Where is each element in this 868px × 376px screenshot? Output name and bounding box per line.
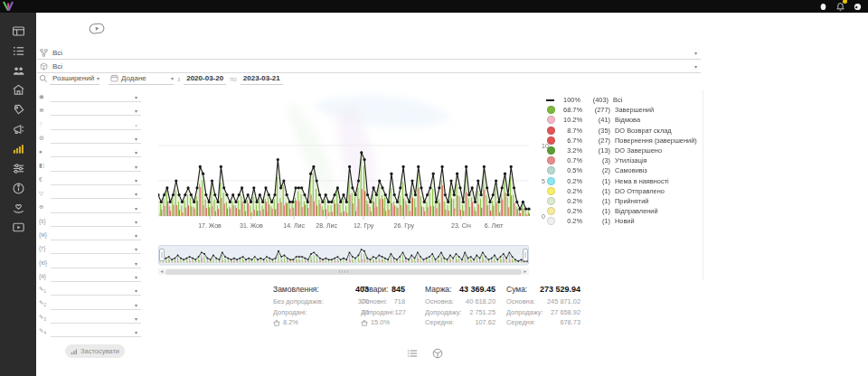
sidebar-item-orders[interactable] (0, 42, 36, 61)
filter-dropdown-input[interactable]: ▾ (51, 202, 141, 213)
filter-dropdown-7[interactable]: €▾ (39, 173, 141, 186)
filter-dropdown-12[interactable]: {т}▾ (39, 241, 141, 255)
legend-item[interactable]: 0.5%(2)Самовивіз (547, 165, 701, 175)
filter-dropdown-2[interactable]: ≣▾ (39, 103, 141, 117)
scrollbar-thumb[interactable] (165, 269, 522, 275)
filter-dropdown-14[interactable]: {я}▾ (39, 269, 141, 283)
table-view-button[interactable] (406, 347, 419, 360)
legend-item[interactable]: 100%(403)Всі (547, 95, 701, 105)
legend-item[interactable]: 8.7%(35)DO Возврат склад (547, 126, 701, 136)
sidebar-item-dashboard[interactable] (0, 22, 36, 42)
stat-sub-row: Допродані:127 (361, 307, 405, 318)
filter-dropdown-input[interactable]: ▾ (51, 270, 141, 282)
filter-dropdown-3[interactable]: ?▾ (39, 118, 141, 131)
filter-dropdown-17[interactable]: ✎3▾ (39, 311, 141, 324)
filter-row-package[interactable]: Всі▾ (37, 60, 701, 73)
legend-item[interactable]: 0.2%(1)Прийнятий (547, 196, 701, 206)
sidebar-item-analytics[interactable] (0, 139, 36, 159)
stat-sub-value: 15.0% (371, 318, 390, 326)
video-widget-icon[interactable] (89, 22, 106, 38)
legend-item[interactable]: 0.2%(1)Новий (547, 216, 701, 226)
search-mode-select[interactable]: Розширений ▾ (50, 72, 99, 85)
sidebar-item-tutorials[interactable] (0, 218, 36, 238)
filter-dropdown-input[interactable]: ▾ (51, 118, 141, 130)
filter-dropdown-input[interactable]: ▾ (51, 229, 141, 240)
stat-sub-row: Допродані:33 (273, 307, 369, 318)
sidebar-item-price-tags[interactable] (0, 100, 36, 120)
sidebar-item-settings[interactable] (0, 159, 36, 179)
legend-item[interactable]: 68.7%(277)Завершений (547, 105, 701, 115)
account-icon[interactable] (852, 1, 863, 12)
filter-dropdown-13[interactable]: {ю}▾ (39, 256, 141, 269)
filter-dropdown-input[interactable]: ▾ (51, 174, 141, 185)
filter-dropdown-15[interactable]: ✎1▾ (39, 283, 141, 296)
chart-scrollbar[interactable]: ◂ ▸ (158, 268, 529, 275)
filter-dropdown-input[interactable]: ▾ (51, 187, 141, 199)
legend-item[interactable]: 0.2%(1)DO Отправлено (547, 186, 701, 196)
filter-row-hierarchy[interactable]: Всі▾ (37, 46, 701, 60)
stat-sub-row: Без допродажів:370 (273, 296, 369, 307)
filter-dropdown-input[interactable]: ▾ (51, 104, 141, 116)
date-from-input[interactable]: 2020-03-20 (184, 72, 226, 85)
filter-dropdown-8[interactable]: ▽▾ (39, 186, 141, 200)
legend-item[interactable]: 0.7%(3)Утилізація (547, 155, 701, 165)
stat-sub-label: Основні: (361, 297, 387, 306)
scroll-left-icon[interactable]: ◂ (158, 268, 165, 275)
chart-range-navigator[interactable] (158, 245, 529, 270)
notifications-icon[interactable] (835, 1, 845, 12)
legend-item[interactable]: 6.7%(27)Повернення (завершений) (547, 136, 701, 146)
stat-sub-label: Допродані: (273, 308, 307, 316)
filter-dropdown-6[interactable]: ◧▾ (39, 158, 141, 172)
filter-dropdown-4[interactable]: ⚙▾ (39, 131, 141, 145)
legend-item[interactable]: 0.2%(1)Відправлений (547, 206, 701, 216)
date-to-label: по (230, 76, 237, 82)
filter-dropdown-5[interactable]: ●▾ (39, 145, 141, 158)
scroll-right-icon[interactable]: ▸ (522, 268, 529, 275)
filter-dropdown-input[interactable]: ▾ (51, 284, 141, 296)
filter-dropdown-1[interactable]: ◉▾ (39, 89, 141, 103)
legend-percent: 0.2% (558, 187, 582, 195)
legend-dot-marker-icon (547, 136, 555, 145)
stat-sub-value: 678.73 (560, 318, 580, 326)
sidebar-item-support[interactable] (0, 198, 36, 218)
stat-sub-value: 127 (394, 308, 405, 316)
filter-dropdown-input[interactable]: ▾ (51, 257, 141, 268)
filter-dropdown-11[interactable]: {м}▾ (39, 228, 141, 241)
package-view-button[interactable] (431, 347, 444, 360)
filter-dropdown-input[interactable]: ▾ (51, 90, 141, 102)
filter-field-icon: ✎2 (39, 299, 51, 307)
filter-field-icon: € (39, 176, 51, 183)
brand-logo-icon[interactable] (2, 0, 14, 13)
stat-label: Сума: (506, 285, 527, 294)
filter-dropdown-input[interactable]: ▾ (51, 215, 141, 227)
filter-dropdown-16[interactable]: ✎2▾ (39, 296, 141, 310)
sidebar-item-info[interactable] (0, 179, 36, 199)
advanced-search-row: Розширений ▾ Додане ▾ з 2020-03-20 по 20… (37, 72, 283, 85)
legend-item[interactable]: 3.2%(13)DO Завершено (547, 146, 701, 155)
apply-button[interactable]: Застосувати (65, 344, 125, 358)
filter-dropdown-input[interactable]: ▾ (51, 242, 141, 254)
sidebar-item-store[interactable] (0, 80, 36, 100)
sidebar-item-customers[interactable] (0, 61, 36, 80)
chevron-down-icon: ▾ (135, 232, 137, 239)
panel-divider (703, 90, 703, 280)
legend-item[interactable]: 0.2%(1)Нема в наявності (547, 176, 701, 186)
date-field-select[interactable]: Додане ▾ (108, 72, 174, 85)
filter-dropdown-input[interactable]: ▾ (51, 312, 141, 324)
legend-dot-marker-icon (547, 197, 555, 205)
date-to-input[interactable]: 2023-03-21 (241, 72, 283, 85)
filter-dropdown-input[interactable]: ▾ (51, 160, 141, 172)
filter-dropdown-input[interactable]: ▾ (51, 146, 141, 157)
filter-dropdown-input[interactable]: ▾ (51, 132, 141, 144)
filter-dropdown-18[interactable]: ✎4▾ (39, 324, 141, 338)
svg-text:17. Жов: 17. Жов (198, 222, 222, 229)
filter-dropdown-input[interactable]: ▾ (51, 325, 141, 337)
filter-dropdown-10[interactable]: {s}▾ (39, 214, 141, 228)
profile-icon[interactable] (817, 1, 828, 12)
orders-chart[interactable]: 17. Жов31. Жов14. Лис28. Лис12. Гру26. Г… (158, 88, 561, 236)
sidebar-item-marketing[interactable] (0, 119, 36, 139)
legend-item[interactable]: 10.2%(41)Відмова (547, 115, 701, 125)
filter-dropdown-input[interactable]: ▾ (51, 298, 141, 310)
svg-text:23. Січ: 23. Січ (451, 222, 471, 229)
filter-dropdown-9[interactable]: ⊕▾ (39, 200, 141, 213)
